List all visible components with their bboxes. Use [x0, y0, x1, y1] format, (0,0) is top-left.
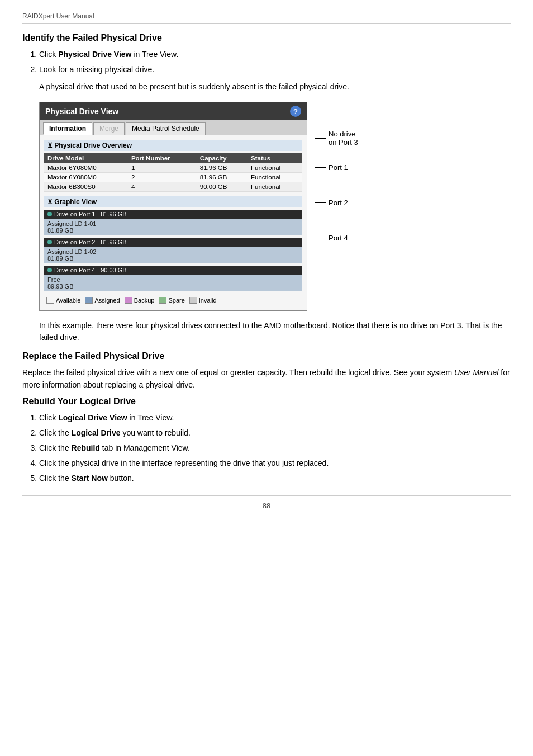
tab-merge: Merge [93, 122, 125, 135]
table-cell-capacity: 81.96 GB [197, 163, 248, 173]
legend-box-0 [46, 297, 54, 304]
table-row: Maxtor 6Y080M0181.96 GBFunctional [44, 163, 302, 173]
annotation-port4-label: Port 4 [329, 234, 348, 242]
legend-box-2 [125, 297, 132, 304]
pdv-help-button[interactable]: ? [290, 106, 301, 117]
legend-item-4: Invalid [189, 297, 217, 304]
annotation-port4: Port 4 [315, 234, 358, 242]
section2-title: Replace the Failed Physical Drive [22, 351, 511, 361]
list-item: Click Physical Drive View in Tree View. [39, 49, 511, 60]
step-bold: Logical Drive View [58, 413, 127, 422]
table-row: Maxtor 6B300S0490.00 GBFunctional [44, 182, 302, 192]
pdv-title: Physical Drive View [45, 107, 118, 116]
legend-label-3: Spare [168, 297, 184, 304]
legend-item-0: Available [46, 297, 80, 304]
port-row-0: Drive on Port 1 - 81.96 GBAssigned LD 1-… [44, 210, 302, 235]
legend-label-4: Invalid [199, 297, 217, 304]
table-row: Maxtor 6Y080M0281.96 GBFunctional [44, 173, 302, 182]
table-cell-port: 4 [128, 182, 197, 192]
step-bold: Start Now [72, 474, 108, 483]
table-cell-model: Maxtor 6B300S0 [44, 182, 128, 192]
legend-item-3: Spare [159, 297, 184, 304]
port-line2: 81.89 GB [47, 255, 73, 262]
annotation-line [315, 167, 326, 168]
col-capacity: Capacity [197, 153, 248, 163]
col-port: Port Number [128, 153, 197, 163]
port-line1: Assigned LD 1-02 [47, 248, 96, 255]
table-cell-capacity: 81.96 GB [197, 173, 248, 182]
port-line1: Assigned LD 1-01 [47, 220, 96, 227]
annotation-line [315, 138, 326, 139]
legend-box-1 [85, 297, 93, 304]
annotation-line [315, 238, 326, 238]
annotation-port1-label: Port 1 [329, 163, 348, 172]
port-dot-icon [47, 240, 52, 244]
col-status: Status [248, 153, 302, 163]
list-item: Click Logical Drive View in Tree View. [39, 412, 511, 424]
pdv-wrapper: Physical Drive View ? Information Merge … [39, 102, 511, 311]
annotation-port2: Port 2 [315, 199, 358, 207]
annotation-no-drive: No driveon Port 3 [315, 130, 358, 147]
header-bar: RAIDXpert User Manual [22, 11, 511, 24]
section3-title: Rebuild Your Logical Drive [22, 396, 511, 407]
legend-item-1: Assigned [85, 297, 120, 304]
step-bold: Logical Drive [72, 428, 121, 437]
table-cell-model: Maxtor 6Y080M0 [44, 163, 128, 173]
port-row-1: Drive on Port 2 - 81.96 GBAssigned LD 1-… [44, 238, 302, 263]
section1-steps: Click Physical Drive View in Tree View. … [39, 49, 511, 75]
legend-item-2: Backup [125, 297, 155, 304]
step-bold: Rebuild [72, 443, 100, 452]
annotation-port2-label: Port 2 [329, 199, 348, 207]
list-item: Click the Start Now button. [39, 472, 511, 484]
port-line2: 89.93 GB [47, 283, 73, 290]
port-row-2: Drive on Port 4 - 90.00 GBFree89.93 GB [44, 266, 302, 291]
table-cell-status: Functional [248, 163, 302, 173]
table-cell-capacity: 90.00 GB [197, 182, 248, 192]
port-body-2: Free89.93 GB [44, 275, 302, 291]
legend-box-4 [189, 297, 197, 304]
section2-italic: User Manual [454, 368, 498, 377]
graphic-view-header: Graphic View [44, 196, 302, 207]
port-header-1: Drive on Port 2 - 81.96 GB [44, 238, 302, 247]
pdv-content: Physical Drive Overview Drive Model Port… [40, 135, 307, 310]
graphic-section: Graphic View Drive on Port 1 - 81.96 GBA… [44, 196, 302, 306]
port-header-text: Drive on Port 1 - 81.96 GB [54, 211, 127, 218]
legend-label-1: Assigned [94, 297, 120, 304]
drive-table: Drive Model Port Number Capacity Status … [44, 153, 302, 192]
port-body-1: Assigned LD 1-0281.89 GB [44, 247, 302, 263]
ports-container: Drive on Port 1 - 81.96 GBAssigned LD 1-… [44, 210, 302, 291]
section3-steps: Click Logical Drive View in Tree View.Cl… [39, 412, 511, 484]
list-item: Click the Logical Drive you want to rebu… [39, 427, 511, 439]
table-cell-model: Maxtor 6Y080M0 [44, 173, 128, 182]
list-item: Look for a missing physical drive. [39, 64, 511, 75]
port-dot-icon [47, 212, 52, 216]
section2-body: Replace the failed physical drive with a… [22, 367, 511, 391]
below-panel-text: In this example, there were four physica… [39, 320, 511, 343]
table-cell-status: Functional [248, 173, 302, 182]
port-header-text: Drive on Port 4 - 90.00 GB [54, 267, 127, 273]
pdv-annotations: No driveon Port 3 Port 1 Port 2 Port 4 [315, 102, 358, 242]
manual-title: RAIDXpert User Manual [22, 12, 94, 20]
pdv-titlebar: Physical Drive View ? [40, 102, 307, 120]
legend-label-2: Backup [134, 297, 155, 304]
col-model: Drive Model [44, 153, 128, 163]
port-body-0: Assigned LD 1-0181.89 GB [44, 219, 302, 235]
annotation-line [315, 202, 326, 203]
physical-overview-header: Physical Drive Overview [44, 140, 302, 151]
table-cell-port: 2 [128, 173, 197, 182]
tab-information[interactable]: Information [43, 122, 92, 135]
port-header-2: Drive on Port 4 - 90.00 GB [44, 266, 302, 275]
page-number: 88 [22, 495, 511, 510]
section1-title: Identify the Failed Physical Drive [22, 33, 511, 43]
legend-label-0: Available [56, 297, 80, 304]
legend-row: AvailableAssignedBackupSpareInvalid [44, 295, 302, 306]
tab-media-patrol[interactable]: Media Patrol Schedule [126, 122, 206, 135]
legend-box-3 [159, 297, 166, 304]
port-header-text: Drive on Port 2 - 81.96 GB [54, 239, 127, 245]
indent-block: A physical drive that used to be present… [39, 81, 511, 93]
table-cell-port: 1 [128, 163, 197, 173]
port-dot-icon [47, 268, 52, 272]
port-header-0: Drive on Port 1 - 81.96 GB [44, 210, 302, 219]
annotation-port1: Port 1 [315, 163, 358, 172]
pdv-tabs: Information Merge Media Patrol Schedule [40, 120, 307, 135]
